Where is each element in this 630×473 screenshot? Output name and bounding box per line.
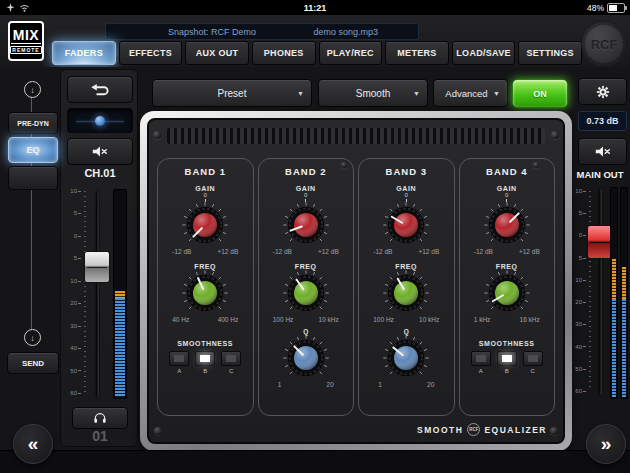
rcf-mini-logo: RCF [467, 423, 480, 436]
preset-dropdown[interactable]: Preset ▼ [152, 79, 312, 107]
tab-faders[interactable]: FADERS [52, 41, 116, 65]
main-out-label: MAIN OUT [570, 169, 630, 180]
band-1-gain-knob[interactable] [182, 202, 228, 248]
smoothness-group: SMOOTHNESS A B C [169, 340, 241, 374]
q-range: 120 [378, 381, 434, 388]
band-4-smoothness-a-button[interactable] [471, 351, 491, 366]
brand-smooth-text: SMOOTH [417, 425, 463, 435]
main-fader-scale: 10505102030405060 [572, 191, 586, 391]
gain-label: GAIN [296, 185, 316, 192]
smoothness-label: SMOOTHNESS [177, 340, 233, 347]
tab-meters[interactable]: METERS [385, 41, 449, 65]
gear-icon [596, 85, 610, 99]
pre-dyn-button[interactable]: PRE-DYN [8, 112, 58, 134]
screw-icon [550, 427, 558, 435]
band-title: BAND 4 [486, 166, 527, 177]
band-4-freq-knob[interactable] [484, 270, 530, 316]
band-1-smoothness-c-button[interactable] [221, 351, 241, 366]
channel-fader-track[interactable] [96, 191, 99, 397]
band-3-section: BAND 3 GAIN 0 -12 dB+12 dB FREQ 100 [358, 158, 455, 416]
tab-phones[interactable]: PHONES [252, 41, 316, 65]
gain-range: -12 dB+12 dB [373, 248, 439, 255]
tab-effects[interactable]: EFFECTS [119, 41, 183, 65]
eq-power-button[interactable]: ON [512, 79, 568, 108]
snapshot-name: Snapshot: RCF Demo [168, 27, 256, 37]
freq-label: FREQ [194, 263, 216, 270]
mix-remote-logo: MIX REMOTE [8, 21, 44, 61]
logo-remote-text: REMOTE [10, 46, 41, 54]
channel-fader-scale: 10505102030405060 [65, 191, 81, 393]
equalizer-panel: BAND 1 GAIN 0 -12 dB+12 dB FREQ 40 [140, 111, 572, 451]
band-1-smoothness-b-button[interactable] [195, 351, 215, 366]
eq-type-dropdown[interactable]: Smooth ▼ [318, 79, 428, 107]
chevron-down-icon: ▼ [413, 90, 420, 97]
band-3-freq-knob[interactable] [383, 270, 429, 316]
routing-top-arrow-icon: ↓ [24, 81, 41, 98]
screw-icon [551, 131, 559, 139]
band-4-smoothness-b-button[interactable] [497, 351, 517, 366]
main-mute-button[interactable] [578, 138, 627, 165]
settings-gear-button[interactable] [578, 78, 627, 105]
screw-icon [153, 131, 161, 139]
channel-number: 01 [61, 428, 139, 444]
pan-control[interactable] [67, 108, 133, 133]
logo-mix-text: MIX [11, 28, 41, 44]
tab-play-rec[interactable]: PLAY/REC [319, 41, 383, 65]
mute-speaker-icon [594, 145, 612, 158]
band-2-freq-knob[interactable] [283, 270, 329, 316]
gain-zero-mark: 0 [204, 193, 207, 202]
band-4-gain-knob[interactable] [484, 202, 530, 248]
tab-settings[interactable]: SETTINGS [518, 41, 582, 65]
chevron-down-icon: ▼ [297, 90, 304, 97]
channel-level-meter [113, 189, 127, 399]
q-label: Q [404, 328, 409, 335]
screw-icon [154, 427, 162, 435]
band-1-section: BAND 1 GAIN 0 -12 dB+12 dB FREQ 40 [157, 158, 254, 416]
routing-bottom-arrow-icon: ↓ [24, 329, 41, 346]
rcf-logo: RCF [581, 21, 627, 67]
prev-page-button[interactable]: « [13, 424, 53, 464]
channel-back-button[interactable] [67, 76, 133, 103]
tab-aux-out[interactable]: AUX OUT [185, 41, 249, 65]
freq-label: FREQ [496, 263, 518, 270]
channel-strip: CH.01 10505102030405060 01 [60, 69, 138, 447]
channel-fader-handle[interactable] [84, 251, 110, 283]
band-2-gain-knob[interactable] [283, 202, 329, 248]
freq-range: 1 kHz16 kHz [474, 316, 540, 323]
eq-button[interactable]: EQ [8, 137, 58, 163]
channel-mute-button[interactable] [67, 138, 133, 165]
channel-solo-button[interactable] [72, 407, 128, 429]
next-page-button[interactable]: » [586, 424, 626, 464]
main-area: ↓ PRE-DYN EQ ↓ SEND « CH.01 105051 [0, 67, 630, 450]
gain-range: -12 dB+12 dB [273, 248, 339, 255]
band-1-freq-knob[interactable] [182, 270, 228, 316]
band-title: BAND 1 [185, 166, 226, 177]
main-fader-track[interactable] [599, 189, 602, 395]
send-button[interactable]: SEND [7, 352, 59, 374]
gain-range: -12 dB+12 dB [474, 248, 540, 255]
band-title: BAND 2 [285, 166, 326, 177]
band-3-gain-knob[interactable] [383, 202, 429, 248]
band-title: BAND 3 [386, 166, 427, 177]
band-1-smoothness-a-button[interactable] [169, 351, 189, 366]
song-name: demo song.mp3 [313, 27, 378, 37]
brand-equalizer-text: EQUALIZER [484, 425, 547, 435]
q-range: 120 [278, 381, 334, 388]
mute-speaker-icon [91, 145, 109, 158]
mode-dropdown[interactable]: Advanced ▼ [433, 79, 508, 107]
q-label: Q [303, 328, 308, 335]
empty-slot-button[interactable] [8, 166, 58, 190]
smooth-equalizer-brand: SMOOTH RCF EQUALIZER [417, 423, 547, 436]
band-4-smoothness-c-button[interactable] [523, 351, 543, 366]
smoothness-group: SMOOTHNESS A B C [471, 340, 543, 374]
pan-knob[interactable] [95, 116, 105, 126]
main-scale-ticks [589, 191, 591, 391]
band-3-q-knob[interactable] [383, 335, 429, 381]
tab-load-save[interactable]: LOAD/SAVE [452, 41, 516, 65]
freq-range: 100 Hz10 kHz [373, 316, 439, 323]
main-meter-right [620, 187, 628, 399]
band-2-q-knob[interactable] [283, 335, 329, 381]
band-2-section: BAND 2 GAIN 0 -12 dB+12 dB FREQ 100 [258, 158, 355, 416]
main-level-display: 0.73 dB [578, 111, 627, 131]
battery-percent: 48% [587, 3, 604, 13]
